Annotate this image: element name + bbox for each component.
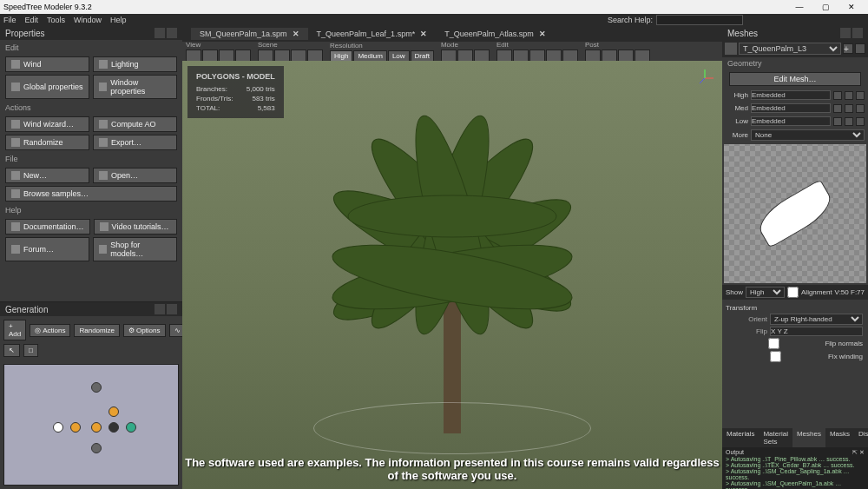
menu-help[interactable]: Help [110, 16, 127, 24]
browse-icon [11, 189, 20, 198]
gen-randomize-button[interactable]: Randomize [74, 324, 119, 337]
close-window-button[interactable]: ✕ [838, 3, 865, 11]
tab-2[interactable]: T_QueenPalm_Atlas.spm✕ [436, 28, 555, 40]
post-btn-2[interactable] [602, 50, 617, 62]
browse-samples-button[interactable]: Browse samples… [5, 186, 177, 202]
mode-btn-2[interactable] [457, 50, 473, 62]
fix-winding-checkbox[interactable] [726, 351, 825, 362]
tab-masks[interactable]: Masks [825, 428, 854, 447]
randomize-button[interactable]: Randomize [5, 135, 89, 150]
mesh-selector[interactable]: T_QueenPalm_L3 [739, 43, 841, 55]
meshes-dock-icon[interactable] [840, 28, 851, 38]
maximize-button[interactable]: ▢ [812, 3, 838, 11]
panel-close-icon[interactable] [167, 28, 177, 38]
post-btn-1[interactable] [585, 50, 601, 62]
menu-file[interactable]: File [3, 16, 16, 24]
high-btn-3[interactable] [856, 91, 865, 100]
edit-mesh-button[interactable]: Edit Mesh… [729, 72, 860, 86]
menu-window[interactable]: Window [74, 16, 102, 24]
med-btn-3[interactable] [856, 104, 865, 113]
view-btn-3[interactable] [219, 50, 234, 62]
post-btn-4[interactable] [635, 50, 650, 62]
alignment-checkbox[interactable] [787, 287, 799, 298]
gen-add-button[interactable]: + Add [3, 320, 26, 340]
close-icon[interactable]: ✕ [539, 30, 546, 38]
flip-input[interactable] [770, 327, 863, 336]
forum-button[interactable]: Forum… [5, 237, 89, 261]
mode-btn-1[interactable] [441, 50, 457, 62]
high-btn-2[interactable] [845, 91, 853, 100]
gen-tool-2[interactable]: □ [23, 344, 38, 357]
viewport-3d[interactable]: POLYGONS - MODEL Branches:5,000 tris Fro… [182, 61, 722, 489]
mesh-preview[interactable] [724, 144, 866, 283]
close-icon[interactable]: ✕ [420, 30, 427, 38]
open-button[interactable]: Open… [93, 168, 177, 183]
close-icon[interactable]: ✕ [293, 30, 299, 38]
window-properties-button[interactable]: Window properties [93, 75, 177, 99]
menu-edit[interactable]: Edit [25, 16, 39, 24]
edit-btn-2[interactable] [513, 50, 529, 62]
edit-btn-4[interactable] [546, 50, 562, 62]
wind-wizard-button[interactable]: Wind wizard… [5, 116, 89, 132]
low-btn-2[interactable] [845, 117, 853, 126]
minimize-button[interactable]: — [786, 3, 812, 11]
panel-dock-icon[interactable] [155, 28, 165, 38]
scene-btn-3[interactable] [291, 50, 306, 62]
view-btn-1[interactable] [186, 50, 201, 62]
search-help-input[interactable] [656, 15, 743, 25]
menu-tools[interactable]: Tools [47, 16, 65, 24]
low-btn-3[interactable] [856, 117, 865, 126]
low-btn-1[interactable] [833, 117, 842, 126]
tab-1[interactable]: T_QueenPalm_Leaf_1.spm*✕ [308, 28, 437, 40]
lighting-button[interactable]: Lighting [93, 56, 177, 72]
view-btn-2[interactable] [202, 50, 218, 62]
tab-materials[interactable]: Materials [722, 428, 759, 447]
resolution-medium[interactable]: Medium [353, 50, 386, 62]
gen-actions-button[interactable]: ◎Actions [30, 324, 70, 337]
med-btn-2[interactable] [845, 104, 853, 113]
edit-btn-1[interactable] [496, 50, 512, 62]
med-btn-1[interactable] [833, 104, 842, 113]
edit-btn-3[interactable] [529, 50, 545, 62]
documentation-button[interactable]: Documentation… [5, 219, 90, 235]
global-properties-button[interactable]: Global properties [5, 75, 89, 99]
wind-button[interactable]: Wind [5, 56, 89, 72]
compute-ao-button[interactable]: Compute AO [93, 116, 177, 132]
resolution-draft[interactable]: Draft [411, 50, 434, 62]
more-select[interactable]: None [751, 129, 865, 141]
resolution-high[interactable]: High [330, 50, 352, 62]
tab-meshes[interactable]: Meshes [792, 428, 825, 447]
flip-normals-checkbox[interactable] [726, 338, 822, 349]
show-select[interactable]: High [746, 287, 785, 298]
export-button[interactable]: Export… [93, 135, 177, 150]
scene-btn-1[interactable] [258, 50, 273, 62]
shop-button[interactable]: Shop for models… [93, 237, 177, 261]
node-graph[interactable] [3, 364, 179, 486]
gen-tool-1[interactable]: ↖ [3, 344, 20, 357]
gen-options-button[interactable]: ⚙Options [123, 324, 166, 337]
video-tutorials-button[interactable]: Video tutorials… [94, 219, 177, 235]
mesh-options-button[interactable] [855, 43, 865, 54]
search-help-label: Search Help: [608, 16, 653, 24]
edit-btn-5[interactable] [562, 50, 578, 62]
add-mesh-button[interactable]: + [843, 43, 853, 54]
post-btn-3[interactable] [618, 50, 634, 62]
orient-select[interactable]: Z-up Right-handed [770, 314, 863, 325]
new-button[interactable]: New… [5, 168, 89, 183]
hand-icon[interactable] [725, 43, 737, 55]
tab-material-sets[interactable]: Material Sets [759, 428, 792, 447]
gen-close-icon[interactable] [167, 304, 177, 314]
output-dock-icon[interactable]: ⇱ ✕ [852, 449, 865, 456]
scene-btn-2[interactable] [274, 50, 290, 62]
gen-dock-icon[interactable] [155, 304, 165, 314]
meshes-close-icon[interactable] [852, 28, 863, 38]
mode-btn-3[interactable] [474, 50, 490, 62]
high-btn-1[interactable] [833, 91, 842, 100]
scene-btn-4[interactable] [307, 50, 323, 62]
axis-gizmo-icon[interactable] [694, 68, 715, 89]
tab-displacements[interactable]: Displacements [854, 428, 868, 447]
document-tabs: SM_QueenPalm_1a.spm✕ T_QueenPalm_Leaf_1.… [182, 26, 722, 42]
resolution-low[interactable]: Low [388, 50, 410, 62]
view-btn-4[interactable] [235, 50, 251, 62]
tab-0[interactable]: SM_QueenPalm_1a.spm✕ [191, 28, 308, 40]
